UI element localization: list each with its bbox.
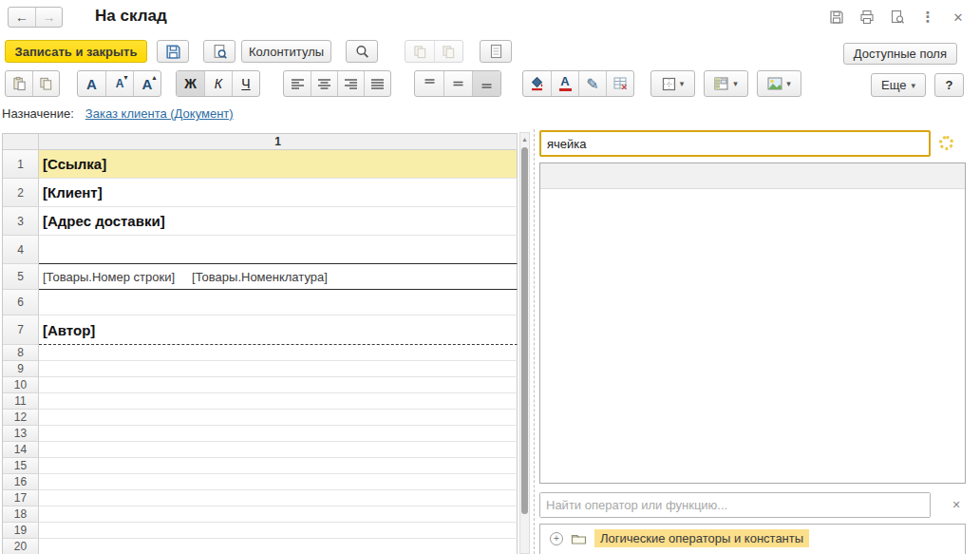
align-center-icon <box>317 78 331 90</box>
cell-r9[interactable] <box>39 361 518 377</box>
panel-splitter[interactable] <box>534 129 535 554</box>
border-color-button[interactable]: ✎ <box>578 71 606 96</box>
cell-search-input[interactable] <box>541 132 929 155</box>
folder-icon <box>571 532 587 545</box>
row-header-12[interactable]: 12 <box>3 410 39 426</box>
bold-button[interactable]: Ж <box>177 71 204 96</box>
borders-dropdown[interactable]: ▾ <box>650 70 695 97</box>
clear-search-icon[interactable]: ✕ <box>949 497 964 512</box>
font-size-increase-button[interactable]: A ▲ <box>133 71 160 96</box>
row-header-19[interactable]: 19 <box>3 523 39 539</box>
chevron-down-icon: ▾ <box>733 79 738 88</box>
cell-r6[interactable] <box>39 290 518 315</box>
scroll-up-arrow[interactable]: ▲ <box>520 133 529 145</box>
cell-r11[interactable] <box>39 393 518 410</box>
back-button[interactable]: ← <box>9 8 35 27</box>
align-right-button[interactable] <box>337 71 364 96</box>
cell-r3[interactable]: [Адрес доставки] <box>39 207 518 236</box>
row-header-10[interactable]: 10 <box>3 377 39 393</box>
close-icon[interactable]: ✕ <box>950 9 967 26</box>
named-areas-dropdown[interactable]: ▾ <box>704 70 748 97</box>
fill-color-button[interactable] <box>523 71 551 96</box>
underline-button[interactable]: Ч <box>232 71 259 96</box>
row-header-14[interactable]: 14 <box>3 442 39 458</box>
row-header-2[interactable]: 2 <box>3 179 39 207</box>
expand-icon[interactable]: + <box>550 532 563 545</box>
save-button[interactable] <box>157 40 189 63</box>
save-icon[interactable] <box>828 9 845 26</box>
cell-r4[interactable] <box>39 236 518 264</box>
row-header-15[interactable]: 15 <box>3 458 39 474</box>
row-header-13[interactable]: 13 <box>3 426 39 442</box>
cell-r15[interactable] <box>39 458 518 474</box>
align-center-button[interactable] <box>311 71 337 96</box>
assignment-link[interactable]: Заказ клиента (Документ) <box>85 106 234 121</box>
cell-r1[interactable]: [Ссылка] <box>39 150 518 179</box>
copy-button[interactable] <box>32 71 59 96</box>
font-color-button[interactable]: A <box>551 71 578 96</box>
valign-bottom-button[interactable] <box>472 71 500 96</box>
print-preview-button[interactable] <box>203 40 236 63</box>
cell-r10[interactable] <box>39 377 518 393</box>
clear-format-button[interactable]: ✕ <box>606 71 633 96</box>
row-header-11[interactable]: 11 <box>3 393 39 410</box>
copy-group <box>405 40 463 63</box>
picture-dropdown[interactable]: ▾ <box>757 70 801 97</box>
italic-button[interactable]: К <box>204 71 232 96</box>
cell-r16[interactable] <box>39 474 518 490</box>
cell-r7[interactable]: [Автор] <box>39 315 518 345</box>
cell-r12[interactable] <box>39 410 518 426</box>
row-header-20[interactable]: 20 <box>3 539 39 554</box>
cell-r2[interactable]: [Клиент] <box>39 179 518 207</box>
paste-button[interactable] <box>6 71 32 96</box>
row-header-3[interactable]: 3 <box>3 207 39 236</box>
cell-r18[interactable] <box>39 506 518 523</box>
search-results-panel[interactable] <box>539 162 966 484</box>
row-header-18[interactable]: 18 <box>3 506 39 523</box>
font-size-decrease-button[interactable]: A ▼ <box>105 71 133 96</box>
sheet-row-18: 18 <box>3 506 518 523</box>
column-header-1[interactable]: 1 <box>39 134 518 150</box>
row-header-8[interactable]: 8 <box>3 345 39 361</box>
row-header-5[interactable]: 5 <box>3 264 39 290</box>
row-header-1[interactable]: 1 <box>3 150 39 179</box>
scrollbar-thumb[interactable] <box>521 147 528 514</box>
align-justify-button[interactable] <box>364 71 390 96</box>
operator-search-input[interactable] <box>540 493 930 517</box>
valign-top-button[interactable] <box>415 71 443 96</box>
more-menu-icon[interactable]: ⋮ <box>919 9 936 26</box>
help-button[interactable]: ? <box>934 73 964 97</box>
cell-r8[interactable] <box>39 345 518 361</box>
cell-r19[interactable] <box>39 523 518 539</box>
cell-r14[interactable] <box>39 442 518 458</box>
paste-appearance-button[interactable] <box>434 41 462 62</box>
preview-icon[interactable] <box>889 9 906 26</box>
row-header-4[interactable]: 4 <box>3 236 39 264</box>
copy-appearance-button[interactable] <box>405 41 434 62</box>
row-header-16[interactable]: 16 <box>3 474 39 490</box>
zoom-button[interactable] <box>346 40 378 63</box>
row-header-7[interactable]: 7 <box>3 315 39 345</box>
cell-r5[interactable]: [Товары.Номер строки] [Товары.Номенклату… <box>39 264 518 290</box>
row-header-17[interactable]: 17 <box>3 490 39 506</box>
font-button[interactable]: A <box>78 71 105 96</box>
row-header-6[interactable]: 6 <box>3 290 39 315</box>
page-setup-button[interactable] <box>480 40 512 63</box>
cell-r13[interactable] <box>39 426 518 442</box>
cell-r17[interactable] <box>39 490 518 506</box>
more-button[interactable]: Еще ▾ <box>871 73 926 97</box>
cell-r20[interactable] <box>39 539 518 554</box>
align-justify-icon <box>370 78 385 90</box>
save-and-close-button[interactable]: Записать и закрыть <box>5 40 147 63</box>
align-left-button[interactable] <box>284 71 311 96</box>
tree-item-logical-operators[interactable]: + Логические операторы и константы <box>540 525 965 547</box>
available-fields-button[interactable]: Доступные поля <box>843 43 957 65</box>
sheet-vertical-scrollbar[interactable]: ▲ <box>519 132 530 554</box>
row-header-9[interactable]: 9 <box>3 361 39 377</box>
forward-button[interactable]: → <box>35 8 62 27</box>
sheet-corner[interactable] <box>3 134 39 150</box>
format-toolbar: A A ▼ A ▲ Ж К Ч <box>0 68 980 99</box>
headers-footers-button[interactable]: Колонтитулы <box>241 40 331 63</box>
print-icon[interactable] <box>858 9 876 26</box>
valign-center-button[interactable] <box>443 71 472 96</box>
